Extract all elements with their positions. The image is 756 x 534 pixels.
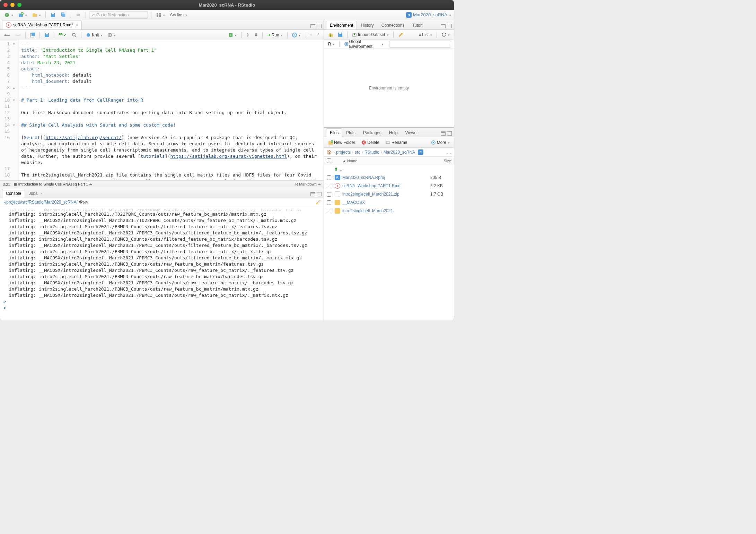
- import-dataset-button[interactable]: Import Dataset: [351, 32, 390, 38]
- crumb-more-icon[interactable]: …: [447, 150, 451, 155]
- console-output[interactable]: inflating: __MACOSX/intro2singlecell_Mar…: [0, 206, 324, 320]
- svg-rect-16: [46, 33, 48, 34]
- minimize-pane-icon[interactable]: [310, 24, 315, 28]
- open-file-button[interactable]: [30, 11, 42, 18]
- addins-button[interactable]: Addins: [168, 11, 188, 18]
- tab-plots[interactable]: Plots: [342, 128, 359, 137]
- tab-packages[interactable]: Packages: [359, 128, 385, 137]
- close-jobs-icon[interactable]: ×: [40, 191, 42, 196]
- file-name: scRNA_Workshop-PART1.Rmd: [342, 183, 401, 188]
- crumb-rstudio[interactable]: RStudio: [364, 150, 379, 155]
- section-nav[interactable]: ▦ Introduction to Single Cell RNAseq Par…: [14, 182, 92, 187]
- maximize-pane-icon[interactable]: [317, 24, 322, 28]
- console-path[interactable]: ~/projects/src/RStudio/Mar2020_scRNA/: [3, 200, 78, 205]
- source-tab-file[interactable]: ● scRNA_Workshop-PART1.Rmd* ×: [2, 20, 82, 29]
- file-checkbox[interactable]: [327, 200, 331, 205]
- new-project-button[interactable]: [17, 11, 28, 18]
- delete-button[interactable]: Delete: [360, 139, 381, 146]
- home-icon[interactable]: 🏠: [327, 150, 332, 155]
- save-source-button[interactable]: [43, 32, 51, 38]
- save-workspace-button[interactable]: [336, 32, 344, 38]
- tab-jobs[interactable]: Jobs×: [25, 189, 46, 198]
- refresh-env-button[interactable]: [440, 32, 451, 38]
- file-checkbox[interactable]: [327, 192, 331, 197]
- svg-rect-12: [159, 15, 161, 17]
- select-all-checkbox[interactable]: [327, 158, 331, 163]
- clear-workspace-button[interactable]: [397, 32, 404, 38]
- show-in-new-window-button[interactable]: [29, 32, 36, 38]
- minimize-console-icon[interactable]: [310, 192, 315, 196]
- file-row[interactable]: intro2singlecell_March2021.zip1.7 GB: [324, 190, 454, 198]
- file-checkbox[interactable]: [327, 209, 331, 213]
- col-size-label[interactable]: Size: [444, 159, 451, 163]
- settings-button[interactable]: [106, 32, 117, 38]
- tab-help[interactable]: Help: [385, 128, 402, 137]
- tab-connections[interactable]: Connections: [378, 21, 408, 29]
- project-menu[interactable]: RMar2020_scRNA: [406, 12, 451, 18]
- close-tab-icon[interactable]: ×: [76, 23, 78, 27]
- new-file-button[interactable]: [3, 11, 15, 18]
- file-row[interactable]: RMar2020_scRNA.Rproj205 B: [324, 173, 454, 182]
- env-search-input[interactable]: [389, 41, 451, 48]
- file-name: Mar2020_scRNA.Rproj: [342, 175, 385, 180]
- tab-history[interactable]: History: [357, 21, 377, 29]
- tab-viewer[interactable]: Viewer: [401, 128, 421, 137]
- run-button[interactable]: ➔ Run: [266, 32, 284, 38]
- titlebar: Mar2020_scRNA - RStudio: [0, 0, 454, 10]
- file-checkbox[interactable]: [327, 184, 331, 188]
- tab-files[interactable]: Files: [326, 128, 342, 137]
- file-name: intro2singlecell_March2021.zip: [342, 192, 399, 197]
- new-folder-button[interactable]: New Folder: [327, 139, 357, 146]
- print-button[interactable]: [74, 11, 82, 18]
- file-row-up[interactable]: ⬆..: [324, 165, 454, 173]
- publish-button[interactable]: [291, 32, 302, 38]
- minimize-files-icon[interactable]: [441, 131, 446, 136]
- goto-file-function-input[interactable]: ↗Go to file/function: [89, 11, 148, 19]
- col-name-label[interactable]: Name: [347, 159, 357, 163]
- svg-rect-9: [157, 13, 158, 15]
- maximize-env-icon[interactable]: [447, 24, 452, 28]
- tab-console[interactable]: Console: [2, 189, 25, 198]
- outline-button[interactable]: ≡: [308, 32, 314, 38]
- view-mode-button[interactable]: ≡ List: [417, 32, 433, 38]
- scope-selector[interactable]: Global Environment: [343, 38, 385, 50]
- insert-chunk-button[interactable]: [227, 32, 238, 38]
- svg-rect-11: [157, 15, 158, 17]
- go-up-button[interactable]: ⇧: [245, 32, 251, 38]
- file-name: __MACOSX: [342, 200, 365, 205]
- rename-button[interactable]: Rename: [384, 139, 408, 146]
- file-checkbox[interactable]: [327, 175, 331, 180]
- minimize-env-icon[interactable]: [441, 24, 446, 28]
- nav-back-button[interactable]: ⟸: [3, 32, 11, 38]
- env-scope-row: R Global Environment: [324, 40, 454, 49]
- more-button[interactable]: More: [430, 139, 451, 146]
- visual-editor-button[interactable]: A: [316, 32, 321, 38]
- file-row[interactable]: intro2singlecell_March2021.: [324, 207, 454, 215]
- grid-button[interactable]: [155, 11, 166, 18]
- load-workspace-button[interactable]: [327, 32, 334, 38]
- maximize-files-icon[interactable]: [447, 131, 452, 136]
- tab-environment[interactable]: Environment: [326, 21, 357, 29]
- file-row[interactable]: ●scRNA_Workshop-PART1.Rmd5.2 KB: [324, 182, 454, 190]
- files-tabs: Files Plots Packages Help Viewer: [324, 128, 454, 137]
- source-tabs: ● scRNA_Workshop-PART1.Rmd* ×: [0, 20, 324, 30]
- language-selector[interactable]: R: [327, 41, 336, 47]
- code-editor[interactable]: 1 ▾2 3 4 5 6 7 8 ▴9 10 ▾11 12 13 14 ▾15 …: [0, 40, 324, 180]
- code-area[interactable]: ---title: "Introduction to Single Cell R…: [19, 40, 324, 180]
- crumb-projects[interactable]: projects: [336, 150, 351, 155]
- nav-forward-button[interactable]: ⟹: [14, 32, 22, 38]
- save-button[interactable]: [49, 11, 57, 18]
- file-row[interactable]: __MACOSX: [324, 198, 454, 207]
- save-all-button[interactable]: [59, 11, 68, 18]
- file-type[interactable]: R Markdown ≑: [295, 182, 321, 187]
- find-button[interactable]: [70, 32, 78, 38]
- maximize-console-icon[interactable]: [317, 192, 322, 196]
- go-down-button[interactable]: ⇩: [253, 32, 259, 38]
- knit-button[interactable]: Knit: [85, 32, 104, 38]
- tab-tutorial[interactable]: Tutori: [408, 21, 426, 29]
- crumb-src[interactable]: src: [355, 150, 360, 155]
- crumb-current[interactable]: Mar2020_scRNA: [384, 150, 415, 155]
- clear-console-icon[interactable]: 🧹: [316, 200, 321, 205]
- console-tabs: Console Jobs×: [0, 188, 324, 198]
- spellcheck-button[interactable]: ᴬᴮᶜ✓: [57, 32, 68, 38]
